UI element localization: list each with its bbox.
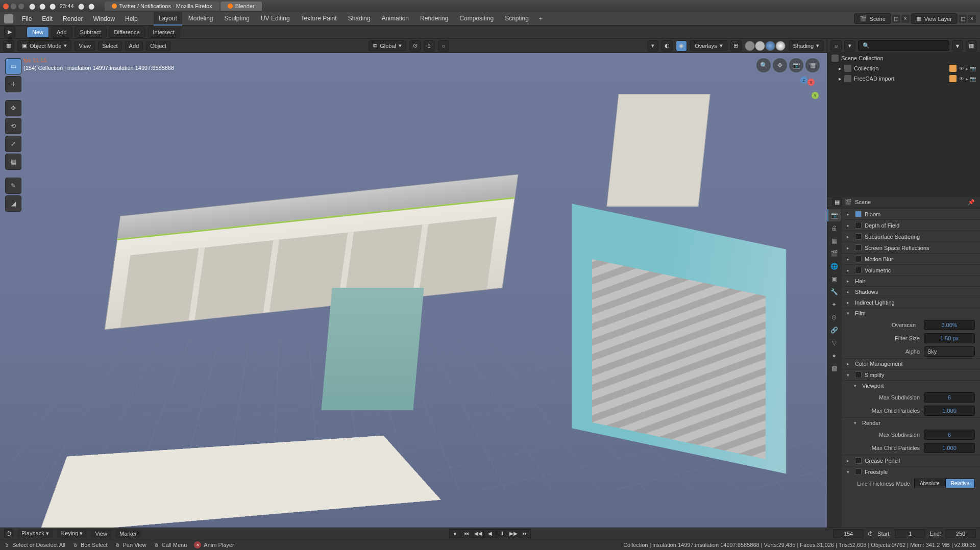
- bool-subtract-button[interactable]: Subtract: [75, 27, 107, 38]
- output-tab[interactable]: 🖨: [827, 222, 841, 234]
- workspace-compositing[interactable]: Compositing: [454, 12, 499, 26]
- annotate-tool[interactable]: ✎: [5, 178, 21, 194]
- camera-gizmo[interactable]: 📷: [789, 58, 803, 72]
- select-box-tool[interactable]: ▭: [5, 58, 21, 74]
- absolute-button[interactable]: Absolute: [914, 479, 945, 488]
- select-menu[interactable]: Select: [98, 41, 122, 51]
- new-collection-button[interactable]: ▦: [966, 40, 977, 52]
- simplify-checkbox[interactable]: [855, 371, 862, 378]
- constraint-tab[interactable]: 🔗: [827, 324, 841, 336]
- playback-menu[interactable]: Playback ▾: [17, 529, 53, 538]
- bloom-checkbox[interactable]: [855, 211, 862, 217]
- maxchild-r-input[interactable]: 1.000: [924, 443, 975, 453]
- dof-section[interactable]: ▸Depth of Field: [842, 219, 980, 231]
- minimize-window-icon[interactable]: [11, 4, 16, 9]
- blender-logo-icon[interactable]: [4, 14, 13, 23]
- start-frame-input[interactable]: 1: [895, 529, 925, 538]
- pan-gizmo[interactable]: ✥: [773, 58, 787, 72]
- z-axis-icon[interactable]: Z: [800, 77, 807, 84]
- vol-checkbox[interactable]: [855, 267, 862, 273]
- render-menu[interactable]: Render: [58, 13, 87, 24]
- help-menu[interactable]: Help: [120, 13, 142, 24]
- viewlayer-tab[interactable]: ▦: [827, 235, 841, 247]
- overlays-dropdown[interactable]: Overlays▾: [690, 40, 727, 51]
- perspective-gizmo[interactable]: ▦: [805, 58, 820, 72]
- gizmo-button[interactable]: ◐: [662, 40, 673, 52]
- maximize-window-icon[interactable]: [18, 4, 24, 9]
- visibility-button[interactable]: ▾: [647, 40, 658, 52]
- pause-button[interactable]: ⏸: [496, 529, 507, 538]
- viewlayer-field[interactable]: ▦View Layer: [911, 13, 958, 24]
- add-workspace-button[interactable]: +: [535, 13, 547, 24]
- play-reverse-button[interactable]: ◀: [484, 529, 496, 538]
- freecad-row[interactable]: ▸FreeCAD import👁 ▸ 📷: [827, 73, 980, 84]
- colormgmt-section[interactable]: ▸Color Management: [842, 358, 980, 369]
- autokey-button[interactable]: ●: [449, 529, 460, 538]
- object-menu[interactable]: Object: [146, 41, 170, 51]
- bool-add-button[interactable]: Add: [51, 27, 72, 38]
- tray-icon[interactable]: ⬤: [29, 3, 35, 10]
- rendered-shading[interactable]: [775, 41, 786, 51]
- volumetric-section[interactable]: ▸Volumetric: [842, 264, 980, 276]
- scene-tab[interactable]: 🎬: [827, 247, 841, 260]
- texture-tab[interactable]: ▩: [827, 362, 841, 374]
- freestyle-checkbox[interactable]: [855, 468, 862, 475]
- proportional-button[interactable]: ○: [438, 40, 449, 52]
- rotate-tool[interactable]: ⟲: [5, 118, 21, 134]
- bloom-section[interactable]: ▸Bloom: [842, 208, 980, 219]
- add-menu[interactable]: Add: [125, 41, 143, 51]
- bool-new-button[interactable]: New: [27, 27, 49, 38]
- collection-row[interactable]: ▸Collection👁 ▸ 📷: [827, 63, 980, 73]
- render-tab[interactable]: 📷: [827, 209, 841, 221]
- timeline-type-button[interactable]: ⏱: [4, 529, 13, 538]
- world-tab[interactable]: 🌐: [827, 260, 841, 272]
- move-tool[interactable]: ✥: [5, 100, 21, 116]
- outliner[interactable]: Scene Collection ▸Collection👁 ▸ 📷 ▸FreeC…: [827, 53, 980, 196]
- view-menu[interactable]: View: [75, 41, 95, 51]
- current-frame-input[interactable]: 154: [833, 529, 864, 538]
- data-tab[interactable]: ▽: [827, 337, 841, 349]
- properties-type-button[interactable]: ▦: [832, 197, 842, 207]
- view-menu-tl[interactable]: View: [91, 530, 111, 538]
- xray-button[interactable]: ⊞: [730, 40, 742, 52]
- dof-checkbox[interactable]: [855, 222, 862, 229]
- filter-button[interactable]: ▼: [952, 40, 963, 52]
- editor-type-button[interactable]: ▦: [3, 40, 14, 52]
- workspace-texturepaint[interactable]: Texture Paint: [296, 12, 342, 26]
- end-frame-input[interactable]: 250: [945, 529, 976, 538]
- workspace-modeling[interactable]: Modeling: [183, 12, 218, 26]
- anim-player-stop[interactable]: ×Anim Player: [194, 541, 234, 548]
- 3d-viewport[interactable]: ▭ ✛ ✥ ⟲ ⤢ ▦ ✎ ◢ fps 11.15 (154) Collecti…: [0, 53, 827, 528]
- particle-tab[interactable]: ✦: [827, 298, 841, 311]
- maxsub-r-input[interactable]: 6: [924, 430, 975, 440]
- prev-key-button[interactable]: ◀◀: [473, 529, 484, 538]
- edit-menu[interactable]: Edit: [37, 13, 57, 24]
- greasepencil-section[interactable]: ▸Grease Pencil: [842, 455, 980, 466]
- tray-icon[interactable]: ⬤: [39, 3, 45, 10]
- maxchild-vp-input[interactable]: 1.000: [924, 406, 975, 416]
- shadows-section[interactable]: ▸Shadows: [842, 286, 980, 297]
- visibility-toggles[interactable]: 👁 ▸ 📷: [959, 66, 976, 71]
- jump-end-button[interactable]: ⏭: [520, 529, 531, 538]
- scale-tool[interactable]: ⤢: [5, 136, 21, 152]
- overscan-input[interactable]: 3.00%: [924, 320, 975, 330]
- viewlayer-browse-button[interactable]: ◫: [959, 15, 967, 23]
- lookdev-shading[interactable]: [765, 41, 775, 51]
- scene-field[interactable]: 🎬Scene: [854, 13, 891, 24]
- maxsub-vp-input[interactable]: 6: [924, 392, 975, 403]
- viewport-subsection[interactable]: ▾Viewport: [842, 380, 980, 391]
- relative-button[interactable]: Relative: [945, 479, 975, 488]
- render-subsection[interactable]: ▾Render: [842, 417, 980, 428]
- jump-start-button[interactable]: ⏮: [461, 529, 472, 538]
- filter-input[interactable]: 1.50 px: [924, 333, 975, 343]
- shading-dropdown[interactable]: Shading▾: [789, 40, 824, 51]
- outliner-type-button[interactable]: ≡: [830, 40, 842, 52]
- record-button[interactable]: ▶: [4, 26, 15, 38]
- zoom-gizmo[interactable]: 🔍: [756, 58, 771, 72]
- overlays-toggle[interactable]: ◉: [676, 40, 687, 52]
- gp-checkbox[interactable]: [855, 457, 862, 464]
- stop-icon[interactable]: ×: [194, 541, 201, 548]
- hair-section[interactable]: ▸Hair: [842, 276, 980, 286]
- workspace-animation[interactable]: Animation: [377, 12, 414, 26]
- physics-tab[interactable]: ⊙: [827, 311, 841, 323]
